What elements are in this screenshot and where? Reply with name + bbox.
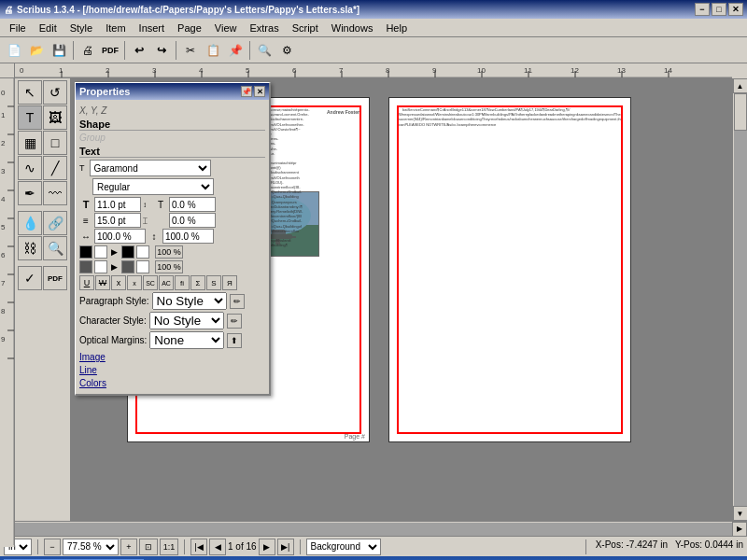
menu-script[interactable]: Script <box>287 21 324 35</box>
copy-button[interactable]: 📋 <box>203 40 223 61</box>
menu-style[interactable]: Style <box>64 21 98 35</box>
image-tool[interactable]: 🖼 <box>43 105 67 130</box>
zoom-fit-button[interactable]: ⊡ <box>139 539 158 555</box>
scroll-right-button[interactable]: ▶ <box>732 522 747 537</box>
maximize-button[interactable]: □ <box>712 3 726 16</box>
pdf-export-tool[interactable]: PDF <box>43 266 67 290</box>
menu-item[interactable]: Item <box>100 21 131 35</box>
rotate-tool[interactable]: ↺ <box>43 80 67 105</box>
menu-edit[interactable]: Edit <box>34 21 63 35</box>
scale-x-input[interactable]: 100.0 % <box>94 229 146 244</box>
fg-color-swatch[interactable] <box>79 245 92 259</box>
zoom-in-button[interactable]: 🔍 <box>254 40 275 61</box>
menu-view[interactable]: View <box>209 21 243 35</box>
fill-color-swatch[interactable] <box>136 245 149 259</box>
strikethrough-btn[interactable]: W <box>95 275 110 290</box>
zoom-dropdown[interactable]: 77.58 % <box>63 539 119 555</box>
underline-btn[interactable]: U <box>79 275 94 290</box>
zoom-canvas-tool[interactable]: 🔍 <box>43 236 67 260</box>
page-2-text[interactable]: batServiceCommand¶CrAnorBridge113&comer1… <box>399 107 621 432</box>
properties-titlebar[interactable]: Properties 📌 ✕ <box>76 83 269 100</box>
scroll-down-button[interactable]: ▼ <box>733 506 748 521</box>
zoom-100-button[interactable]: 1:1 <box>160 539 178 555</box>
scroll-track[interactable] <box>734 93 747 506</box>
undo-button[interactable]: ↩ <box>129 40 149 61</box>
properties-pin-button[interactable]: 📌 <box>241 86 252 97</box>
line-section-link[interactable]: Line <box>79 365 265 375</box>
menu-windows[interactable]: Windows <box>326 21 379 35</box>
freehand-tool[interactable]: 〰 <box>43 181 67 205</box>
bezier-tool[interactable]: ∿ <box>18 156 42 180</box>
stroke-color-swatch[interactable] <box>121 245 134 259</box>
print-button[interactable]: 🖨 <box>78 40 98 61</box>
tracking-input[interactable]: 0.0 % <box>169 197 216 212</box>
close-button[interactable]: ✕ <box>728 3 743 16</box>
scroll-thumb[interactable] <box>734 93 747 131</box>
color-swatch-2[interactable] <box>79 260 92 273</box>
smallcaps-btn[interactable]: SC <box>143 275 158 290</box>
redo-button[interactable]: ↪ <box>151 40 172 61</box>
line-tool[interactable]: ╱ <box>43 156 67 180</box>
link-tool[interactable]: 🔗 <box>43 211 67 235</box>
menu-file[interactable]: File <box>4 21 32 35</box>
color-swatch-3[interactable] <box>94 260 107 273</box>
cut-button[interactable]: ✂ <box>180 40 201 61</box>
image-section-link[interactable]: Image <box>79 352 265 362</box>
character-style-edit[interactable]: ✏ <box>227 314 242 329</box>
layer-dropdown[interactable]: Background <box>306 539 381 555</box>
canvas-area[interactable]: Properties 📌 ✕ X, Y, Z Shape Group <box>71 78 747 521</box>
paragraph-style-edit[interactable]: ✏ <box>230 294 245 309</box>
eyedropper-tool[interactable]: 💧 <box>18 211 42 235</box>
new-button[interactable]: 📄 <box>4 40 24 61</box>
open-button[interactable]: 📂 <box>26 40 47 61</box>
optical-margins-edit[interactable]: ⬆ <box>227 333 242 348</box>
prev-page-button[interactable]: ◀ <box>209 539 226 555</box>
ligature-btn[interactable]: fi <box>175 275 190 290</box>
scale-y-input[interactable]: 100.0 % <box>162 229 214 244</box>
unlink-tool[interactable]: ⛓ <box>18 236 42 260</box>
save-button[interactable]: 💾 <box>49 40 69 61</box>
shape-tool[interactable]: □ <box>43 131 67 155</box>
menu-help[interactable]: Help <box>380 21 413 35</box>
paragraph-style-dropdown[interactable]: No Style <box>152 292 227 310</box>
superscript-btn[interactable]: x <box>127 275 142 290</box>
zoom-out-button[interactable]: − <box>44 539 61 555</box>
select-tool[interactable]: ↖ <box>18 80 42 105</box>
bg-color-swatch[interactable] <box>94 245 107 259</box>
settings-button[interactable]: ⚙ <box>276 40 297 61</box>
preflight-tool[interactable]: ✓ <box>18 266 42 290</box>
menu-insert[interactable]: Insert <box>134 21 171 35</box>
font-style-dropdown[interactable]: Regular <box>92 178 214 195</box>
hscroll-track[interactable] <box>15 523 732 536</box>
next-page-button[interactable]: ▶ <box>259 539 275 555</box>
last-page-button[interactable]: ▶| <box>277 539 294 555</box>
special-btn[interactable]: Я <box>222 275 237 290</box>
colors-section-link[interactable]: Colors <box>79 378 265 388</box>
font-size-input[interactable]: 11.0 pt <box>94 197 141 212</box>
menu-extras[interactable]: Extras <box>244 21 284 35</box>
optical-margins-dropdown[interactable]: None <box>149 331 224 349</box>
shadow-btn[interactable]: S <box>206 275 221 290</box>
baseline-input[interactable]: 0.0 % <box>169 213 216 228</box>
character-style-dropdown[interactable]: No Style <box>149 312 224 329</box>
subscript-btn[interactable]: x <box>111 275 126 290</box>
color-swatch-4[interactable] <box>121 260 134 273</box>
font-family-dropdown[interactable]: Garamond <box>90 160 211 176</box>
pdf-button[interactable]: PDF <box>100 40 120 61</box>
first-page-button[interactable]: |◀ <box>190 539 207 555</box>
properties-close-button[interactable]: ✕ <box>254 86 265 97</box>
opacity-display-2[interactable]: 100 % <box>155 260 183 273</box>
menu-page[interactable]: Page <box>172 21 207 35</box>
line-spacing-input[interactable]: 15.0 pt <box>94 213 141 228</box>
allcaps-btn[interactable]: AC <box>159 275 174 290</box>
minimize-button[interactable]: − <box>695 3 710 16</box>
color-swatch-5[interactable] <box>136 260 149 273</box>
paste-button[interactable]: 📌 <box>225 40 246 61</box>
zoom-in-status-button[interactable]: + <box>120 539 137 555</box>
text-tool[interactable]: T <box>18 105 42 130</box>
outline-btn[interactable]: Σ <box>190 275 205 290</box>
table-tool[interactable]: ▦ <box>18 131 42 155</box>
scroll-up-button[interactable]: ▲ <box>733 78 748 93</box>
opacity-display[interactable]: 100 % <box>155 245 183 259</box>
calligraphic-tool[interactable]: ✒ <box>18 181 42 205</box>
